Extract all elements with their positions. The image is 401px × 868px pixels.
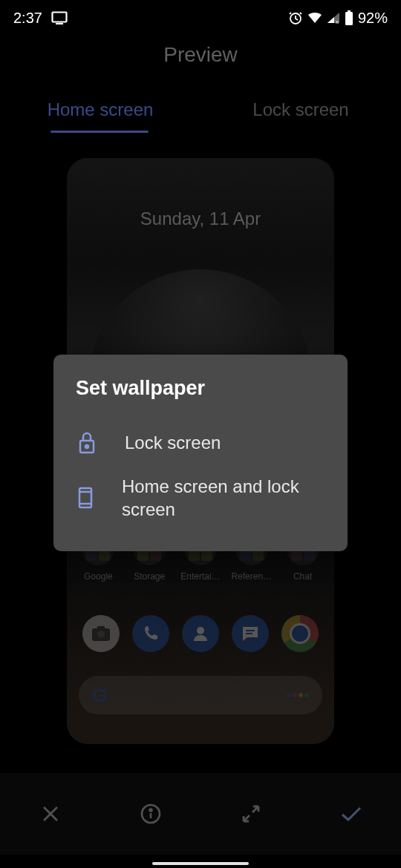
alarm-icon — [288, 10, 303, 25]
folder-label: Storage — [134, 571, 165, 582]
cancel-button[interactable] — [33, 796, 68, 832]
expand-icon — [240, 803, 262, 825]
option-lock-screen[interactable]: Lock screen — [76, 421, 325, 464]
screens-icon — [76, 486, 95, 510]
option-label: Home screen and lock screen — [122, 475, 325, 521]
preview-date-widget: Sunday, 11 Apr — [67, 208, 334, 229]
battery-percent: 92% — [358, 10, 388, 27]
check-icon — [339, 805, 363, 823]
svg-point-7 — [97, 631, 105, 638]
svg-point-9 — [197, 627, 204, 634]
phone-app-icon — [132, 615, 169, 652]
battery-icon — [345, 10, 353, 25]
info-icon — [140, 803, 162, 825]
svg-point-18 — [149, 809, 151, 812]
svg-rect-5 — [345, 12, 353, 25]
folder-label: Chat — [293, 571, 312, 582]
bottom-action-bar — [0, 773, 401, 855]
info-button[interactable] — [133, 796, 169, 832]
expand-button[interactable] — [233, 796, 269, 832]
option-home-and-lock[interactable]: Home screen and lock screen — [76, 464, 325, 531]
preview-tabs: Home screen Lock screen — [0, 99, 401, 131]
nav-gesture-handle[interactable] — [152, 862, 249, 865]
svg-rect-8 — [97, 626, 105, 630]
set-wallpaper-dialog: Set wallpaper Lock screen Home screen an… — [53, 355, 348, 551]
status-time: 2:37 — [13, 10, 42, 27]
google-search-bar: G — [79, 676, 322, 714]
cast-icon — [51, 11, 68, 24]
folder-label: Entertai… — [180, 571, 220, 582]
folder-label: Google — [84, 571, 113, 582]
dialog-title: Set wallpaper — [76, 377, 325, 400]
page-title: Preview — [0, 43, 401, 67]
google-g-icon: G — [92, 684, 107, 707]
tab-active-indicator — [50, 131, 149, 133]
tab-lock-screen[interactable]: Lock screen — [200, 99, 401, 131]
svg-point-13 — [85, 445, 88, 448]
contacts-app-icon — [182, 615, 219, 652]
option-label: Lock screen — [125, 431, 221, 454]
dock-row — [67, 615, 334, 652]
tab-home-screen[interactable]: Home screen — [0, 99, 200, 131]
confirm-button[interactable] — [333, 796, 369, 832]
signal-icon: x — [327, 12, 340, 24]
folder-label: Referen… — [231, 571, 272, 582]
close-icon — [40, 803, 61, 824]
assistant-icon — [287, 693, 309, 697]
status-bar: 2:37 x 92% — [0, 0, 401, 33]
wifi-icon — [307, 12, 322, 24]
lock-icon — [76, 432, 98, 454]
camera-app-icon — [82, 615, 120, 652]
chrome-app-icon — [281, 615, 319, 652]
svg-text:x: x — [336, 19, 339, 24]
svg-rect-0 — [52, 13, 66, 22]
svg-rect-4 — [348, 10, 351, 12]
messages-app-icon — [232, 615, 269, 652]
